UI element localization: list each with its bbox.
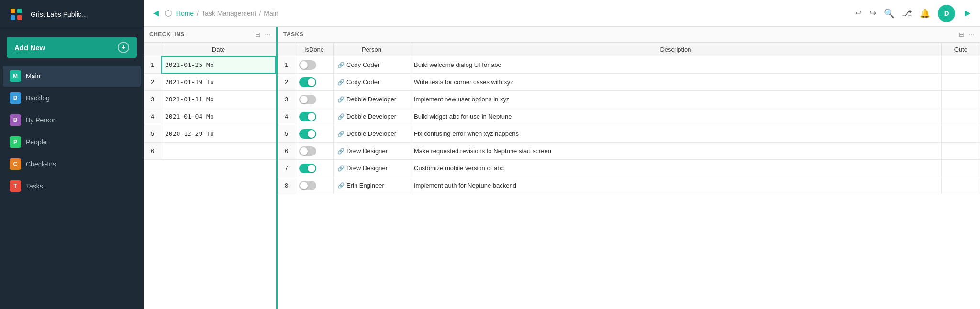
is-done-cell[interactable] xyxy=(295,125,334,143)
person-cell[interactable]: 🔗Cody Coder xyxy=(334,56,410,74)
tasks-panel: TASKS ⊟ ··· IsDone Person Description Ou… xyxy=(278,27,980,309)
person-cell[interactable]: 🔗Drew Designer xyxy=(334,160,410,177)
is-done-cell[interactable] xyxy=(295,143,334,160)
toggle-track[interactable] xyxy=(299,95,316,104)
check-ins-panel: CHECK_INS ⊟ ··· Date 12021-01-25 Mo22021… xyxy=(144,27,278,309)
toggle-track[interactable] xyxy=(299,77,316,87)
table-row[interactable]: 6🔗Drew DesignerMake requested revisions … xyxy=(278,143,980,160)
toggle-track[interactable] xyxy=(299,164,316,173)
search-icon[interactable]: 🔍 xyxy=(884,8,894,19)
filter-icon-right[interactable]: ⊟ xyxy=(959,31,965,38)
person-cell[interactable]: 🔗Debbie Developer xyxy=(334,91,410,108)
share-icon[interactable]: ⎇ xyxy=(902,8,912,19)
person-cell[interactable]: 🔗Debbie Developer xyxy=(334,125,410,143)
table-row[interactable]: 4🔗Debbie DeveloperBuild widget abc for u… xyxy=(278,108,980,125)
table-row[interactable]: 7🔗Drew DesignerCustomize mobile version … xyxy=(278,160,980,177)
add-new-button[interactable]: Add New + xyxy=(7,37,137,58)
outcome-cell xyxy=(942,108,980,125)
toggle-thumb xyxy=(308,165,315,172)
description-cell: Make requested revisions to Neptune star… xyxy=(410,143,942,160)
table-row[interactable]: 6 xyxy=(144,143,276,160)
date-cell[interactable] xyxy=(161,143,276,160)
person-cell[interactable]: 🔗Debbie Developer xyxy=(334,108,410,125)
table-row[interactable]: 32021-01-11 Mo xyxy=(144,91,276,108)
is-done-cell[interactable] xyxy=(295,91,334,108)
tasks-header: TASKS ⊟ ··· xyxy=(278,27,980,43)
date-cell[interactable]: 2021-01-19 Tu xyxy=(161,74,276,91)
table-row[interactable]: 22021-01-19 Tu xyxy=(144,74,276,91)
person-name: Erin Engineer xyxy=(346,182,384,189)
toggle-thumb xyxy=(308,130,315,138)
link-icon: 🔗 xyxy=(337,79,345,86)
date-cell[interactable]: 2021-01-04 Mo xyxy=(161,108,276,125)
date-cell[interactable]: 2021-01-11 Mo xyxy=(161,91,276,108)
is-done-cell[interactable] xyxy=(295,177,334,194)
toggle-track[interactable] xyxy=(299,146,316,156)
outcome-cell xyxy=(942,125,980,143)
more-icon-right[interactable]: ··· xyxy=(969,31,974,38)
sidebar-item-backlog[interactable]: BBacklog xyxy=(3,88,141,109)
is-done-cell[interactable] xyxy=(295,74,334,91)
sidebar-item-tasks[interactable]: TTasks xyxy=(3,176,141,197)
toggle-track[interactable] xyxy=(299,112,316,121)
nav-label-by-person: By Person xyxy=(26,116,57,124)
breadcrumb-home[interactable]: Home xyxy=(176,10,194,17)
toggle-thumb xyxy=(300,182,308,189)
check-ins-scroll[interactable]: Date 12021-01-25 Mo22021-01-19 Tu32021-0… xyxy=(144,43,276,309)
table-row[interactable]: 42021-01-04 Mo xyxy=(144,108,276,125)
user-avatar[interactable]: D xyxy=(938,5,955,22)
redo-button[interactable]: ↪ xyxy=(869,8,876,18)
notifications-icon[interactable]: 🔔 xyxy=(920,8,930,19)
toggle-track[interactable] xyxy=(299,129,316,139)
breadcrumb-task-mgmt[interactable]: Task Management xyxy=(201,10,256,17)
link-icon: 🔗 xyxy=(337,96,345,103)
row-number: 3 xyxy=(144,91,161,108)
more-icon-left[interactable]: ··· xyxy=(265,31,270,38)
table-row[interactable]: 3🔗Debbie DeveloperImplement new user opt… xyxy=(278,91,980,108)
sidebar-item-people[interactable]: PPeople xyxy=(3,132,141,153)
outcome-cell xyxy=(942,160,980,177)
person-cell[interactable]: 🔗Cody Coder xyxy=(334,74,410,91)
row-number: 2 xyxy=(144,74,161,91)
nav-icon-check-ins: C xyxy=(10,158,21,170)
table-row[interactable]: 5🔗Debbie DeveloperFix confusing error wh… xyxy=(278,125,980,143)
row-number: 3 xyxy=(278,91,295,108)
table-row[interactable]: 52020-12-29 Tu xyxy=(144,125,276,143)
person-header: Person xyxy=(334,43,410,56)
link-icon: 🔗 xyxy=(337,131,345,137)
date-cell[interactable]: 2021-01-25 Mo xyxy=(161,56,276,74)
breadcrumb-main[interactable]: Main xyxy=(264,10,278,17)
person-cell[interactable]: 🔗Erin Engineer xyxy=(334,177,410,194)
nav-label-backlog: Backlog xyxy=(26,94,50,102)
table-row[interactable]: 2🔗Cody CoderWrite tests for corner cases… xyxy=(278,74,980,91)
description-cell: Write tests for corner cases with xyz xyxy=(410,74,942,91)
row-number: 2 xyxy=(278,74,295,91)
description-cell: Fix confusing error when xyz happens xyxy=(410,125,942,143)
is-done-cell[interactable] xyxy=(295,108,334,125)
toggle-track[interactable] xyxy=(299,181,316,190)
is-done-cell[interactable] xyxy=(295,160,334,177)
date-cell[interactable]: 2020-12-29 Tu xyxy=(161,125,276,143)
description-cell: Build widget abc for use in Neptune xyxy=(410,108,942,125)
undo-button[interactable]: ↩ xyxy=(855,8,862,18)
topbar-actions: ↩ ↪ 🔍 ⎇ 🔔 D ► xyxy=(855,5,972,22)
sidebar-item-main[interactable]: MMain xyxy=(3,66,141,87)
panel-toggle-left[interactable]: ◄ xyxy=(151,8,161,19)
tasks-scroll[interactable]: IsDone Person Description Outc 1🔗Cody Co… xyxy=(278,43,980,309)
filter-icon-left[interactable]: ⊟ xyxy=(255,31,261,38)
sidebar-item-check-ins[interactable]: CCheck-Ins xyxy=(3,154,141,175)
is-done-cell[interactable] xyxy=(295,56,334,74)
tasks-row-num-header xyxy=(278,43,295,56)
person-name: Debbie Developer xyxy=(346,130,396,137)
person-cell[interactable]: 🔗Drew Designer xyxy=(334,143,410,160)
table-row[interactable]: 12021-01-25 Mo xyxy=(144,56,276,74)
table-row[interactable]: 1🔗Cody CoderBuild welcome dialog UI for … xyxy=(278,56,980,74)
toggle-track[interactable] xyxy=(299,60,316,70)
panel-toggle-right[interactable]: ► xyxy=(963,8,972,19)
row-number: 5 xyxy=(278,125,295,143)
toggle-thumb xyxy=(300,147,308,155)
description-cell: Implement new user options in xyz xyxy=(410,91,942,108)
table-row[interactable]: 8🔗Erin EngineerImplement auth for Neptun… xyxy=(278,177,980,194)
person-name: Debbie Developer xyxy=(346,96,396,103)
sidebar-item-by-person[interactable]: BBy Person xyxy=(3,110,141,131)
